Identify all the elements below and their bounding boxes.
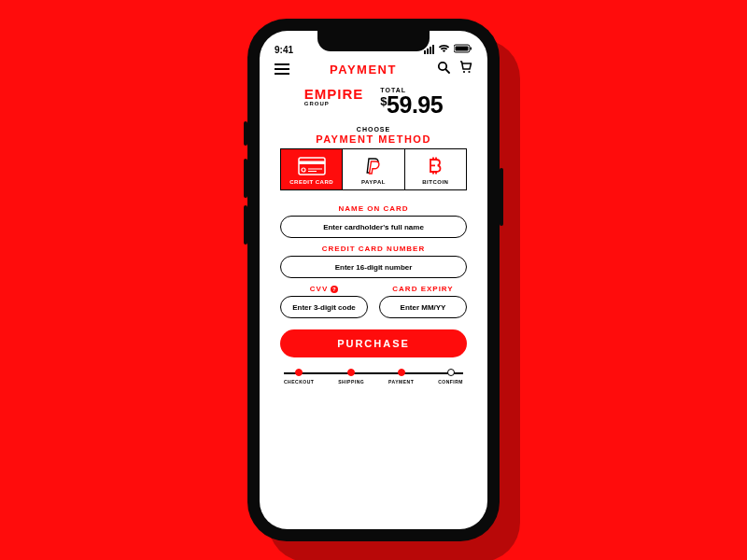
screen: 9:41 PAYMENT: [260, 31, 487, 529]
expiry-input[interactable]: [380, 303, 466, 312]
total-block: TOTAL $59.95: [380, 87, 443, 117]
credit-card-icon: [298, 156, 326, 176]
step-checkout: CHECKOUT: [284, 369, 314, 385]
card-form: NAME ON CARD CREDIT CARD NUMBER CVV ? CA…: [260, 190, 487, 318]
notch: [317, 31, 430, 51]
brand-logo: EMPIRE GROUP: [304, 87, 364, 106]
method-bitcoin[interactable]: BITCOIN: [404, 149, 466, 189]
name-label: NAME ON CARD: [280, 204, 467, 213]
search-icon[interactable]: [437, 61, 450, 77]
menu-icon[interactable]: [275, 63, 289, 75]
choose-label: CHOOSE: [260, 126, 487, 133]
brand-total-row: EMPIRE GROUP TOTAL $59.95: [260, 79, 487, 120]
cvv-label: CVV ?: [280, 285, 368, 293]
expiry-label: CARD EXPIRY: [379, 285, 467, 293]
page-title: PAYMENT: [330, 63, 397, 77]
method-credit-card[interactable]: CREDIT CARD: [281, 149, 342, 189]
number-input[interactable]: [281, 263, 466, 272]
svg-point-9: [302, 168, 305, 172]
payment-method-heading: PAYMENT METHOD: [260, 133, 487, 145]
purchase-button[interactable]: PURCHASE: [280, 329, 467, 357]
payment-method-tabs: CREDIT CARD PAYPAL BITCOIN: [280, 148, 467, 190]
number-label: CREDIT CARD NUMBER: [280, 245, 467, 253]
svg-rect-2: [471, 48, 472, 50]
phone-frame: 9:41 PAYMENT: [247, 19, 500, 541]
cvv-info-icon[interactable]: ?: [331, 286, 338, 293]
cvv-input[interactable]: [281, 303, 367, 312]
svg-point-5: [463, 71, 465, 73]
svg-rect-8: [299, 161, 325, 165]
method-paypal[interactable]: PAYPAL: [342, 149, 403, 189]
status-time: 9:41: [275, 45, 293, 55]
svg-point-6: [468, 71, 470, 73]
app-header: PAYMENT: [260, 57, 487, 79]
bitcoin-icon: [426, 156, 444, 176]
battery-icon: [454, 44, 472, 55]
wifi-icon: [438, 44, 450, 55]
step-payment: PAYMENT: [388, 369, 414, 385]
cart-icon[interactable]: [459, 61, 472, 77]
svg-line-4: [445, 69, 449, 73]
paypal-icon: [363, 156, 384, 176]
checkout-stepper: CHECKOUT SHIPPING PAYMENT CONFIRM: [284, 369, 463, 385]
step-confirm: CONFIRM: [438, 369, 463, 385]
step-shipping: SHIPPING: [338, 369, 364, 385]
svg-rect-1: [456, 47, 469, 51]
total-price: $59.95: [380, 93, 443, 117]
name-input[interactable]: [281, 223, 466, 231]
